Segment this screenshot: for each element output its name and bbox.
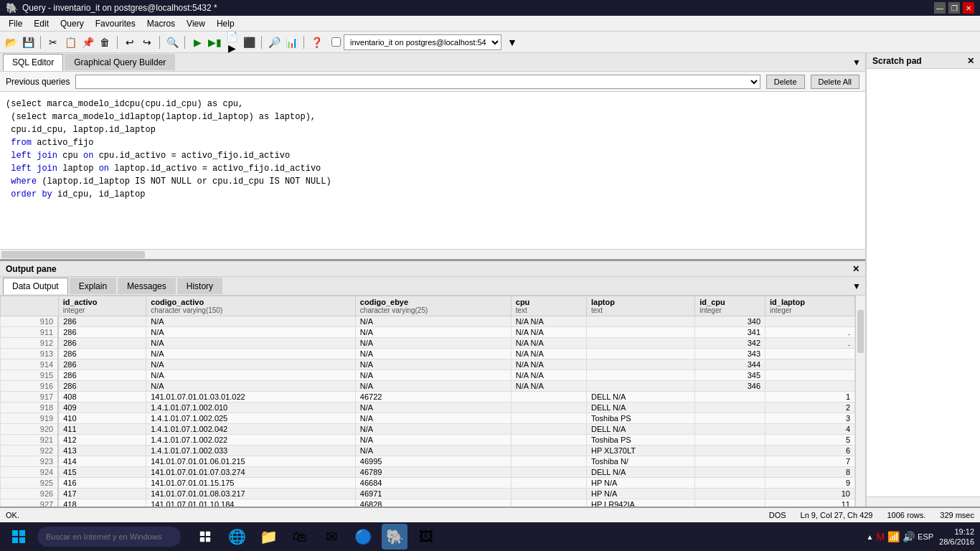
scratch-pad-header: Scratch pad ✕ — [867, 53, 980, 69]
tab-expand-icon[interactable]: ▼ — [851, 57, 862, 68]
save-button[interactable]: 💾 — [20, 34, 36, 50]
stop-button[interactable]: ⬛ — [241, 34, 257, 50]
cell-id-activo: 416 — [58, 478, 146, 489]
help-button[interactable]: ❓ — [308, 34, 324, 50]
cell-id-laptop: 10 — [765, 489, 855, 499]
analyze-button[interactable]: 📊 — [283, 34, 299, 50]
minimize-button[interactable]: — — [934, 2, 946, 14]
tab-sql-editor[interactable]: SQL Editor — [3, 54, 63, 71]
volume-icon[interactable]: 🔊 — [903, 531, 915, 542]
cell-codigo-activo: N/A — [146, 381, 356, 392]
cell-codigo-activo: 141.01.07.01.01.10.184 — [146, 499, 356, 507]
close-button[interactable]: ✕ — [963, 2, 974, 14]
tab-messages[interactable]: Messages — [118, 278, 176, 294]
menu-favourites[interactable]: Favourites — [90, 17, 141, 30]
keyboard-icon[interactable]: ESP — [918, 532, 933, 541]
undo-button[interactable]: ↩ — [122, 34, 138, 50]
tab-explain[interactable]: Explain — [70, 278, 116, 294]
output-header: Output pane ✕ — [0, 261, 865, 277]
scratch-hscroll[interactable] — [867, 496, 980, 507]
tab-history[interactable]: History — [177, 278, 222, 294]
explain-button[interactable]: 🔎 — [266, 34, 282, 50]
cell-id-cpu: 340 — [695, 316, 765, 327]
taskbar-icons: 🌐 📁 🛍 ✉ 🔵 🐘 🖼 — [192, 524, 439, 550]
open-button[interactable]: 📂 — [3, 34, 19, 50]
cell-id-cpu — [695, 478, 765, 489]
menu-file[interactable]: File — [3, 17, 28, 30]
cell-laptop — [586, 349, 694, 359]
cell-id-cpu: 344 — [695, 359, 765, 370]
table-row: 921 412 1.4.1.01.07.1.002.022 N/A Toshib… — [1, 435, 855, 446]
network-icon[interactable]: 📶 — [887, 531, 900, 542]
output-close-icon[interactable]: ✕ — [852, 264, 859, 274]
cell-rownum: 913 — [1, 349, 59, 359]
menu-view[interactable]: View — [181, 17, 211, 30]
cell-rownum: 922 — [1, 446, 59, 456]
cell-codigo-activo: N/A — [146, 359, 356, 370]
menu-macros[interactable]: Macros — [141, 17, 181, 30]
cell-codigo-activo: N/A — [146, 338, 356, 349]
cell-codigo-activo: N/A — [146, 370, 356, 381]
start-button[interactable] — [6, 524, 32, 550]
output-tab-expand[interactable]: ▼ — [851, 281, 862, 292]
left-panel: SQL Editor Graphical Query Builder ▼ Pre… — [0, 53, 865, 507]
cell-laptop — [586, 338, 694, 349]
taskbar-db-icon[interactable]: 🐘 — [382, 524, 407, 550]
paste-button[interactable]: 📌 — [80, 34, 95, 50]
cell-cpu: N/A N/A — [511, 338, 586, 349]
redo-button[interactable]: ↪ — [139, 34, 155, 50]
col-header-rownum — [1, 296, 59, 316]
db-checkbox[interactable] — [331, 37, 341, 47]
cell-cpu — [511, 392, 586, 402]
copy-button[interactable]: 📋 — [62, 34, 78, 50]
menu-query[interactable]: Query — [55, 17, 90, 30]
taskbar-clock[interactable]: 19:12 28/6/2016 — [939, 527, 974, 547]
tab-data-output[interactable]: Data Output — [3, 278, 68, 294]
cell-rownum: 910 — [1, 316, 59, 327]
svg-rect-2 — [12, 537, 18, 543]
cell-id-laptop: . — [765, 338, 855, 349]
cell-codigo-activo: 141.01.07.01.01.07.03.274 — [146, 467, 356, 478]
taskbar-ps-icon[interactable]: 🖼 — [413, 524, 439, 550]
scratch-pad-content[interactable] — [867, 69, 980, 496]
taskbar-edge-icon[interactable]: 🌐 — [224, 524, 250, 550]
taskbar-search[interactable] — [37, 527, 181, 547]
clock-time: 19:12 — [939, 527, 974, 537]
cut-button[interactable]: ✂ — [45, 34, 61, 50]
clear-button[interactable]: 🗑 — [97, 34, 113, 50]
sql-hscroll[interactable] — [0, 249, 865, 259]
run-step-button[interactable]: ▶▮ — [207, 34, 222, 50]
sql-editor[interactable]: (select marca_modelo_idcpu(cpu.id_cpu) a… — [0, 92, 865, 249]
taskbar-chrome-icon[interactable]: 🔵 — [350, 524, 376, 550]
db-dropdown[interactable]: inventario_it on postgres@localhost:5432 — [344, 34, 501, 50]
prev-queries-dropdown[interactable] — [75, 75, 760, 89]
system-up-arrow[interactable]: ▲ — [866, 533, 873, 541]
sql-hscroll-thumb[interactable] — [1, 251, 145, 258]
table-row: 911 286 N/A N/A N/A N/A 341 . — [1, 327, 855, 338]
scratch-pad-close-icon[interactable]: ✕ — [967, 56, 974, 66]
run-button[interactable]: ▶ — [189, 34, 205, 50]
data-table-wrapper[interactable]: id_activo integer codigo_activo characte… — [0, 296, 855, 507]
cell-rownum: 921 — [1, 435, 59, 446]
table-row: 912 286 N/A N/A N/A N/A 342 . — [1, 338, 855, 349]
delete-button[interactable]: Delete — [766, 75, 805, 89]
data-vscroll[interactable] — [855, 296, 865, 507]
taskbar-task-view[interactable] — [192, 524, 218, 550]
maximize-button[interactable]: ❐ — [948, 2, 960, 14]
taskbar-explorer-icon[interactable]: 📁 — [255, 524, 281, 550]
editor-section: SQL Editor Graphical Query Builder ▼ Pre… — [0, 53, 865, 261]
menu-edit[interactable]: Edit — [28, 17, 55, 30]
menu-help[interactable]: Help — [211, 17, 240, 30]
table-row: 914 286 N/A N/A N/A N/A 344 — [1, 359, 855, 370]
tab-graphical-query-builder[interactable]: Graphical Query Builder — [65, 54, 175, 70]
data-vscroll-thumb[interactable] — [857, 310, 864, 353]
run-script-button[interactable]: 📄▶ — [224, 34, 240, 50]
db-dropdown-arrow[interactable]: ▼ — [504, 34, 520, 50]
taskbar-right: ▲ M 📶 🔊 ESP 19:12 28/6/2016 — [866, 527, 974, 547]
cell-id-cpu: 342 — [695, 338, 765, 349]
taskbar-mail-icon[interactable]: ✉ — [319, 524, 344, 550]
taskbar-store-icon[interactable]: 🛍 — [287, 524, 313, 550]
find-button[interactable]: 🔍 — [164, 34, 180, 50]
delete-all-button[interactable]: Delete All — [811, 75, 859, 89]
table-row: 924 415 141.01.07.01.01.07.03.274 46789 … — [1, 467, 855, 478]
